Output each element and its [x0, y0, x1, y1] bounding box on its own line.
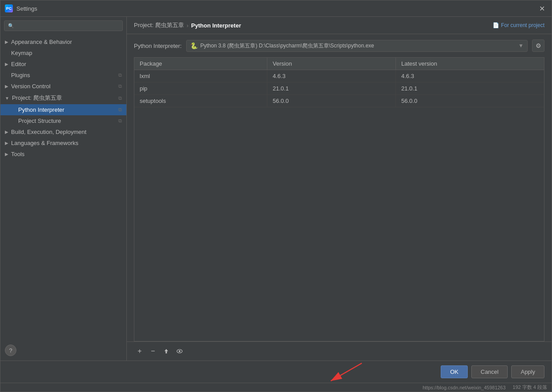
ok-button[interactable]: OK: [441, 365, 468, 378]
copy-icon: ⧉: [118, 83, 122, 89]
cell-package: pip: [134, 82, 267, 94]
add-package-button[interactable]: +: [134, 345, 145, 357]
cell-latest: 21.0.1: [396, 82, 544, 94]
cell-latest: 4.6.3: [396, 70, 544, 82]
upgrade-package-button[interactable]: [161, 345, 172, 357]
breadcrumb-separator: ›: [187, 22, 188, 29]
help-button[interactable]: ?: [5, 345, 16, 356]
table-row[interactable]: setuptools 56.0.0 56.0.0: [134, 95, 544, 107]
breadcrumb-project: Project: 爬虫第五章: [134, 21, 184, 29]
title-bar: PC Settings ✕: [0, 0, 552, 17]
col-latest: Latest version: [396, 58, 544, 70]
svg-line-3: [331, 363, 362, 381]
sidebar-item-project-structure[interactable]: Project Structure ⧉: [0, 115, 126, 126]
gear-button[interactable]: ⚙: [532, 39, 544, 52]
cell-version: 4.6.3: [267, 70, 396, 82]
nav-tree: ▶ Appearance & Behavior ▶ Keymap ▶ Edito…: [0, 35, 126, 345]
dialog-footer: OK Cancel Apply: [0, 361, 552, 383]
sidebar-item-plugins[interactable]: ▶ Plugins ⧉: [0, 70, 126, 81]
eye-icon: [176, 348, 183, 354]
arrow-icon: ▶: [5, 141, 8, 145]
interpreter-value: Python 3.8 (爬虫第五章) D:\Class\pycharm\爬虫第五…: [200, 42, 374, 50]
sidebar-item-appearance[interactable]: ▶ Appearance & Behavior: [0, 36, 126, 47]
document-icon: 📄: [493, 22, 499, 28]
status-bar: https://blog.csdn.net/weixin_45981263 19…: [0, 383, 552, 392]
status-url: https://blog.csdn.net/weixin_45981263: [423, 385, 505, 390]
cell-package: lxml: [134, 70, 267, 82]
for-current-project: 📄 For current project: [493, 22, 544, 28]
col-version: Version: [267, 58, 396, 70]
cancel-button[interactable]: Cancel: [471, 365, 508, 378]
table-row[interactable]: pip 21.0.1 21.0.1: [134, 82, 544, 95]
show-details-button[interactable]: [174, 345, 185, 357]
settings-dialog: PC Settings ✕ 🔍 ▶ Appearance & Behavior …: [0, 0, 552, 392]
sidebar-item-label: Plugins: [11, 72, 30, 78]
copy-icon: ⧉: [118, 118, 122, 124]
upgrade-icon: [163, 348, 169, 354]
sidebar-item-version-control[interactable]: ▶ Version Control ⧉: [0, 81, 126, 92]
sidebar-item-label: Languages & Frameworks: [11, 140, 78, 146]
red-arrow-indicator: [322, 359, 375, 385]
search-icon: 🔍: [8, 23, 14, 29]
arrow-icon: ▼: [5, 96, 9, 101]
arrow-icon: ▶: [5, 62, 8, 67]
sidebar-item-keymap[interactable]: ▶ Keymap: [0, 47, 126, 59]
status-info: 192 字数 4 段落: [513, 384, 547, 391]
cell-package: setuptools: [134, 95, 267, 107]
breadcrumb: Project: 爬虫第五章 › Python Interpreter 📄 Fo…: [127, 17, 552, 34]
svg-point-1: [179, 350, 180, 352]
cell-version: 21.0.1: [267, 82, 396, 94]
search-input[interactable]: [16, 23, 119, 29]
sidebar-item-tools[interactable]: ▶ Tools: [0, 149, 126, 160]
sidebar: 🔍 ▶ Appearance & Behavior ▶ Keymap ▶ Edi…: [0, 17, 127, 361]
copy-icon: ⧉: [118, 95, 122, 101]
arrow-icon: ▶: [5, 39, 8, 44]
sidebar-item-label: Python Interpreter: [18, 106, 64, 113]
cell-latest: 56.0.0: [396, 95, 544, 107]
table-header: Package Version Latest version: [134, 58, 544, 70]
app-icon: PC: [5, 4, 13, 12]
copy-icon: ⧉: [118, 72, 122, 78]
sidebar-item-languages[interactable]: ▶ Languages & Frameworks: [0, 137, 126, 149]
apply-button[interactable]: Apply: [511, 365, 544, 378]
breadcrumb-current: Python Interpreter: [191, 22, 241, 29]
remove-package-button[interactable]: −: [147, 345, 159, 357]
sidebar-item-label: Appearance & Behavior: [11, 39, 72, 45]
interpreter-select[interactable]: 🐍 Python 3.8 (爬虫第五章) D:\Class\pycharm\爬虫…: [186, 40, 528, 52]
right-panel: Project: 爬虫第五章 › Python Interpreter 📄 Fo…: [127, 17, 552, 361]
arrow-icon: ▶: [5, 152, 8, 157]
interpreter-label: Python Interpreter:: [134, 43, 182, 49]
sidebar-item-label: Project: 爬虫第五章: [12, 94, 62, 102]
for-project-label: For current project: [501, 22, 544, 28]
sidebar-bottom: ?: [0, 345, 126, 361]
sidebar-item-label: Editor: [11, 61, 26, 67]
arrow-icon: ▶: [5, 84, 8, 89]
copy-icon: ⧉: [118, 107, 122, 113]
arrow-icon: ▶: [5, 129, 8, 134]
sidebar-item-project[interactable]: ▼ Project: 爬虫第五章 ⧉: [0, 92, 126, 104]
close-button[interactable]: ✕: [536, 3, 547, 14]
python-icon: 🐍: [190, 42, 198, 49]
sidebar-item-editor[interactable]: ▶ Editor: [0, 59, 126, 70]
sidebar-item-python-interpreter[interactable]: Python Interpreter ⧉: [0, 104, 126, 115]
sidebar-item-label: Tools: [11, 151, 24, 157]
search-box[interactable]: 🔍: [4, 20, 123, 31]
chevron-down-icon: ▼: [518, 43, 524, 49]
sidebar-item-label: Project Structure: [18, 118, 61, 124]
col-package: Package: [134, 58, 267, 70]
sidebar-item-label: Keymap: [11, 50, 32, 56]
table-row[interactable]: lxml 4.6.3 4.6.3: [134, 70, 544, 82]
package-table: Package Version Latest version lxml 4.6.…: [134, 57, 544, 341]
dialog-title: Settings: [16, 5, 536, 12]
package-toolbar: + −: [127, 341, 552, 361]
main-content: 🔍 ▶ Appearance & Behavior ▶ Keymap ▶ Edi…: [0, 17, 552, 361]
sidebar-item-label: Version Control: [11, 83, 51, 90]
sidebar-item-label: Build, Execution, Deployment: [11, 129, 86, 135]
cell-version: 56.0.0: [267, 95, 396, 107]
sidebar-item-build[interactable]: ▶ Build, Execution, Deployment: [0, 126, 126, 137]
interpreter-row: Python Interpreter: 🐍 Python 3.8 (爬虫第五章)…: [127, 34, 552, 57]
